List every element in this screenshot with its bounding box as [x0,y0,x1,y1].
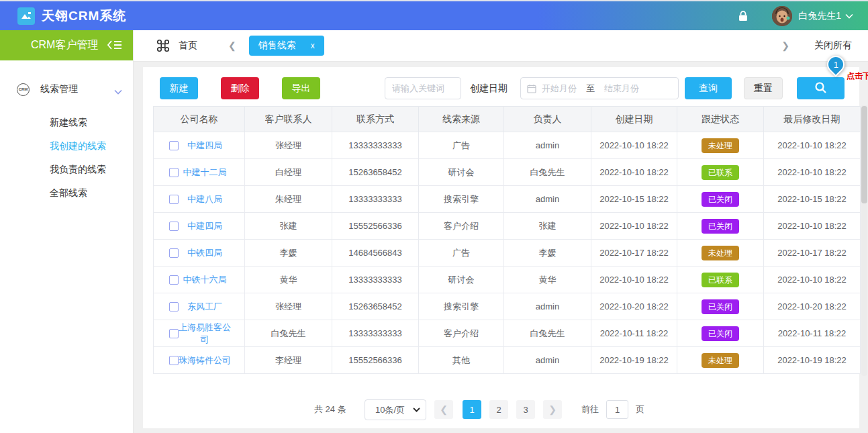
search-button[interactable] [797,77,845,99]
table-row: 上海易胜客公司白兔先生13333333333客户介绍白兔先生2022-10-11… [154,320,861,347]
main-panel: 新建 删除 导出 创建日期 开始月份 至 结束月份 查询 重置 [143,67,859,428]
next-page-button[interactable]: ❯ [543,400,562,419]
page-size-select[interactable]: 10条/页 [365,399,426,420]
company-link[interactable]: 中建八局 [187,193,236,205]
cell-contact: 白经理 [245,159,332,186]
cell-status: 未处理 [677,347,764,374]
row-checkbox[interactable] [169,302,179,311]
scrollbar-thumb[interactable] [861,106,867,203]
goto-page-input[interactable] [606,400,628,419]
page-number-button[interactable]: 1 [463,400,481,419]
cell-status: 已关闭 [677,213,764,240]
cell-company: 中建四局 [154,213,245,240]
sidebar-item[interactable]: 新建线索 [0,111,133,134]
cell-modified: 2022-10-11 18:22 [764,320,861,347]
cell-source: 其他 [419,347,504,374]
row-checkbox[interactable] [169,168,179,177]
sidebar-item[interactable]: 全部线索 [0,181,133,205]
page-number-button[interactable]: 3 [516,400,535,419]
table-scrollbar[interactable] [861,105,867,376]
cell-source: 搜索引擎 [419,293,504,320]
page-unit-label: 页 [636,399,644,420]
new-button[interactable]: 新建 [160,77,198,99]
date-start-placeholder[interactable]: 开始月份 [542,83,577,95]
delete-button[interactable]: 删除 [221,77,259,99]
row-checkbox[interactable] [169,222,179,231]
row-checkbox[interactable] [169,141,179,150]
lock-icon[interactable] [738,11,748,21]
cell-modified: 2022-10-17 18:22 [764,240,861,267]
chevron-down-icon[interactable] [845,13,853,19]
cell-phone: 15552566336 [332,213,419,240]
date-filter-label: 创建日期 [470,77,508,99]
collapse-sidebar-icon[interactable] [107,40,122,50]
prev-page-button[interactable]: ❮ [434,400,453,419]
cell-phone: 14684566843 [332,240,419,267]
row-checkbox[interactable] [169,195,179,204]
tab-home[interactable]: 首页 [179,40,197,52]
date-end-placeholder[interactable]: 结束月份 [604,83,639,95]
user-name[interactable]: 白兔先生1 [798,10,841,22]
column-header: 创建日期 [591,107,677,132]
cell-modified: 2022-10-20 18:22 [764,293,861,320]
company-link[interactable]: 中铁四局 [187,247,236,259]
export-button[interactable]: 导出 [282,77,320,99]
cell-source: 研讨会 [419,267,504,293]
content-area: 新建 删除 导出 创建日期 开始月份 至 结束月份 查询 重置 [134,62,868,433]
sidebar-group-lead-management[interactable]: CRM 线索管理 [0,79,133,99]
annotation-note: 点击下 [847,70,868,82]
cell-modified: 2022-10-10 18:22 [764,132,861,159]
company-link[interactable]: 中建四局 [187,140,236,152]
close-all-button[interactable]: 关闭所有 [814,40,852,52]
cell-owner: admin [504,293,591,320]
app-logo-picture-icon [17,7,35,25]
close-icon[interactable]: x [311,41,315,50]
cell-contact: 李经理 [245,347,332,374]
company-link[interactable]: 中建十二局 [183,166,240,179]
company-link[interactable]: 上海易胜客公司 [179,322,244,346]
status-badge: 已关闭 [702,192,739,207]
cell-company: 中铁十六局 [154,267,245,293]
cell-owner: 李媛 [504,240,591,267]
column-header: 最后修改日期 [764,107,861,132]
page-number-button[interactable]: 2 [489,400,508,419]
cell-company: 珠海铸件公司 [154,347,245,374]
command-grid-icon[interactable] [156,38,171,53]
company-link[interactable]: 中铁十六局 [183,274,240,286]
keyword-input[interactable] [385,77,461,99]
cell-owner: admin [504,186,591,213]
date-range-input[interactable]: 开始月份 至 结束月份 [520,77,679,99]
row-checkbox[interactable] [169,248,179,258]
cell-phone: 13333333333 [332,267,419,293]
cell-owner: admin [504,132,591,159]
row-checkbox[interactable] [169,356,179,365]
row-checkbox[interactable] [169,275,179,285]
cell-modified: 2022-10-19 18:22 [764,347,861,374]
status-badge: 已关闭 [702,326,739,341]
sidebar-title: CRM客户管理 [31,38,98,52]
company-link[interactable]: 中建四局 [187,220,236,232]
cell-created: 2022-10-19 18:22 [591,347,677,374]
table-row: 中建四局张建15552566336客户介绍张建2022-10-10 18:22已… [154,213,861,240]
company-link[interactable]: 珠海铸件公司 [179,354,244,367]
user-avatar[interactable] [772,6,792,26]
sidebar-item[interactable]: 我创建的线索 [0,134,133,158]
status-badge: 已关闭 [702,299,739,314]
column-header: 跟进状态 [677,107,764,132]
tab-sales-leads[interactable]: 销售线索 x [249,36,324,56]
table-row: 东风工厂张经理15263658452搜索引擎admin2022-10-20 18… [154,293,861,320]
sidebar-item[interactable]: 我负责的线索 [0,158,133,181]
chevron-left-icon[interactable]: ❮ [228,40,236,51]
goto-label: 前往 [581,399,599,420]
column-header: 客户联系人 [245,107,332,132]
company-link[interactable]: 东风工厂 [187,301,236,313]
column-header: 负责人 [504,107,591,132]
sidebar-header: CRM客户管理 [0,30,133,60]
row-checkbox[interactable] [169,329,179,338]
cell-company: 中建八局 [154,186,245,213]
cell-source: 客户介绍 [419,213,504,240]
chevron-right-icon[interactable]: ❯ [781,40,789,51]
query-button[interactable]: 查询 [685,77,732,99]
cell-created: 2022-10-10 18:22 [591,213,677,240]
reset-button[interactable]: 重置 [744,77,783,99]
